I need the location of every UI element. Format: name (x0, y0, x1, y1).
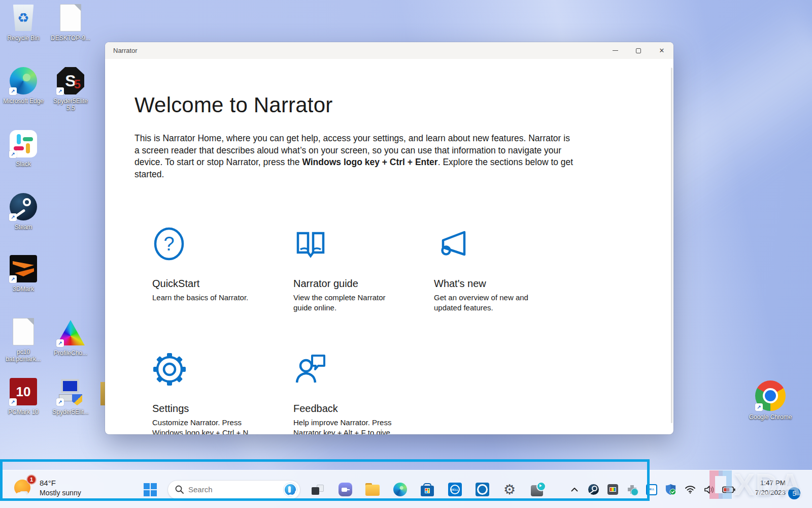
desktop-icon-pcmark10[interactable]: 10 ↗ PCMark 10 (1, 377, 46, 416)
search-input[interactable] (188, 485, 269, 494)
desktop-icon-label: DESKTOP-9... (48, 35, 93, 42)
steam-tray-icon (588, 484, 599, 495)
hidden-desktop-icon-sliver (100, 382, 105, 405)
desktop-icon-recycle-bin[interactable]: ♻ Recycle Bin (1, 3, 46, 42)
desktop-icon-label: Microsoft Edge (1, 98, 46, 105)
person-chat-icon (293, 352, 415, 388)
file-explorer-button[interactable] (362, 479, 383, 501)
desktop-icon-label: Recycle Bin (1, 35, 46, 42)
weather-widget[interactable]: 1 84°F Mostly sunny (13, 475, 81, 499)
desktop-icon-label: Google Chrome (748, 414, 793, 421)
desktop-icon-profilechooser[interactable]: ↗ ProfileCho... (48, 318, 93, 357)
speaker-icon (704, 485, 715, 494)
slack-tray-icon (627, 484, 637, 495)
gear-icon (152, 352, 274, 388)
desktop-icon-spyder5elit-setup[interactable]: ↗ Spyder5Elit... (48, 377, 93, 416)
card-title: Narrator guide (293, 278, 415, 290)
shortcut-arrow-icon: ↗ (56, 87, 64, 95)
card-quickstart[interactable]: ? QuickStart Learn the basics of Narrato… (152, 227, 274, 303)
desktop-icon-desktop9-file[interactable]: DESKTOP-9... (48, 3, 93, 42)
desktop-icon-microsoft-edge[interactable]: ↗ Microsoft Edge (1, 66, 46, 105)
page-title: Welcome to Narrator (134, 93, 332, 117)
card-description: Help improve Narrator. Press Narrator ke… (293, 418, 395, 434)
system-tray: DELL (566, 470, 736, 508)
shortcut-arrow-icon: ↗ (9, 87, 17, 95)
card-description: Learn the basics of Narrator. (152, 293, 254, 303)
file-icon (13, 318, 34, 345)
card-description: Customize Narrator. Press Windows logo k… (152, 418, 254, 434)
card-settings[interactable]: Settings Customize Narrator. Press Windo… (152, 352, 274, 434)
microsoft-store-button[interactable] (417, 479, 437, 501)
window-title: Narrator (105, 47, 603, 54)
shortcut-arrow-icon: ↗ (9, 213, 17, 221)
desktop-icon-label: 3DMark (1, 285, 46, 293)
close-button[interactable]: ✕ (650, 42, 673, 59)
alexa-icon (476, 483, 489, 496)
card-description: View the complete Narrator guide online. (293, 293, 395, 313)
desktop-icon-steam[interactable]: ↗ Steam (1, 192, 46, 231)
bing-chat-icon[interactable] (284, 483, 297, 496)
taskbar-clock[interactable]: 1:47 PM 7/20/2023 (735, 478, 786, 497)
card-description: Get an overview of new and updated featu… (434, 293, 535, 313)
card-whats-new[interactable]: What's new Get an overview of new and up… (434, 227, 556, 313)
notification-count-badge[interactable]: 5 (788, 487, 800, 499)
maximize-button[interactable] (627, 42, 650, 59)
tray-battery[interactable] (721, 480, 736, 500)
file-icon (60, 4, 81, 31)
narrator-window: Narrator ✕ Welcome to Narrator This is N… (105, 42, 673, 434)
card-feedback[interactable]: Feedback Help improve Narrator. Press Na… (293, 352, 415, 434)
narrator-taskbar-button[interactable] (527, 479, 547, 501)
intro-shortcut-keys: Windows logo key + Ctrl + Enter (302, 157, 437, 167)
shortcut-arrow-icon: ↗ (56, 339, 64, 347)
window-scrollbar[interactable] (671, 68, 672, 423)
tray-windows-security[interactable] (663, 480, 679, 500)
minimize-button[interactable] (603, 42, 627, 59)
shortcut-arrow-icon: ↗ (56, 398, 64, 406)
taskbar: 1 84°F Mostly sunny (0, 470, 812, 508)
dell-icon: DELL (448, 483, 462, 496)
tray-dell-support[interactable]: DELL (644, 480, 659, 500)
start-button[interactable] (140, 479, 160, 501)
desktop-icon-spyder5elite[interactable]: S5 ↗ Spyder5Elite 5.5 (48, 66, 93, 112)
clock-time: 1:47 PM (735, 478, 786, 488)
shortcut-arrow-icon: ↗ (9, 275, 17, 283)
card-title: Feedback (293, 403, 415, 415)
clock-date: 7/20/2023 (735, 488, 786, 497)
shortcut-arrow-icon: ↗ (9, 150, 17, 158)
weather-temperature: 84°F (40, 479, 81, 487)
desktop-icon-pc10-file[interactable]: pc10 bat.pcmark... (1, 317, 46, 363)
shortcut-arrow-icon: ↗ (755, 403, 763, 411)
gear-icon: ⚙ (503, 483, 516, 496)
desktop-icon-label: PCMark 10 (1, 408, 46, 416)
settings-button[interactable]: ⚙ (499, 479, 520, 501)
recycle-bin-icon: ♻ (12, 5, 35, 31)
tray-overflow-chevron[interactable] (566, 480, 582, 500)
teams-chat-icon (339, 483, 352, 496)
card-title: QuickStart (152, 278, 274, 290)
chevron-up-icon (571, 487, 578, 492)
search-icon (175, 485, 184, 494)
dell-app-button[interactable]: DELL (445, 479, 465, 501)
alexa-button[interactable] (472, 479, 492, 501)
weather-sun-cloud-icon: 1 (13, 478, 35, 499)
desktop-icon-label: Steam (1, 224, 46, 231)
tray-picpick[interactable] (605, 480, 621, 500)
card-narrator-guide[interactable]: Narrator guide View the complete Narrato… (293, 227, 415, 313)
tray-wifi[interactable] (682, 480, 698, 500)
edge-icon (393, 483, 407, 496)
tray-slack[interactable] (624, 480, 640, 500)
tray-steam[interactable] (586, 480, 601, 500)
intro-paragraph: This is Narrator Home, where you can get… (134, 133, 577, 180)
desktop-icon-label: Spyder5Elit... (48, 408, 93, 416)
desktop-icon-slack[interactable]: ↗ Slack (1, 129, 46, 168)
desktop-icon-google-chrome[interactable]: ↗ Google Chrome (748, 380, 793, 421)
taskbar-search-box[interactable] (167, 480, 300, 499)
desktop-icon-3dmark[interactable]: ↗ 3DMark (1, 254, 46, 293)
task-view-button[interactable] (308, 479, 328, 501)
edge-button[interactable] (390, 479, 410, 501)
tray-volume[interactable] (701, 480, 717, 500)
teams-chat-button[interactable] (335, 479, 355, 501)
window-titlebar[interactable]: Narrator ✕ (105, 42, 673, 59)
dell-tray-icon: DELL (646, 484, 657, 495)
windows-logo-icon (144, 483, 157, 496)
